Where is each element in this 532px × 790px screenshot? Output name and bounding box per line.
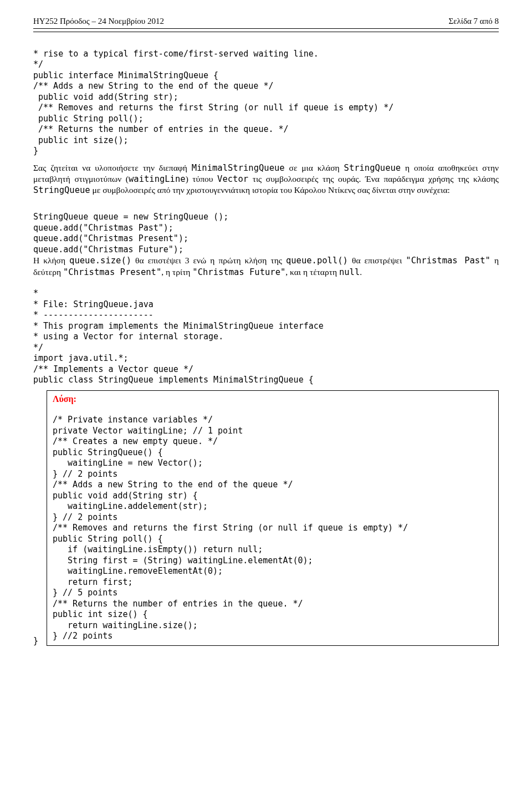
text: θα επιστέψει 3 ενώ η πρώτη κλήση της [131,256,286,265]
code-line: return waitingLine.size(); [53,620,198,630]
code-inline: queue.size() [69,256,131,266]
code-inline: waitingLine [129,174,186,184]
text: με συμβολοσειρές από την χριστουγεννιάτι… [90,185,450,195]
code-line: StringQueue queue = new StringQueue (); [33,212,228,222]
code-line: public interface MinimalStringQueue { [33,70,218,80]
code-block-class-header: * * File: StringQueue.java * -----------… [33,278,499,386]
closing-brace-column: } [33,636,47,646]
code-line: /** Implements a Vector queue */ [33,364,193,374]
text: Σας ζητείται να υλοποιήσετε την διεπαφή [33,163,192,172]
solution-label: Λύση: [53,394,76,404]
code-line: public String poll() { [53,534,163,544]
text: , η τρίτη [161,267,192,277]
code-line: /** Creates a new empty queue. */ [53,436,218,446]
code-line: } // 2 points [53,469,117,479]
text: τις συμβολοσειρές της ουράς. Ένα παράδει… [248,174,499,184]
code-line: /** Adds a new String to the end of the … [33,81,273,91]
code-line: /** Removes and returns the first String… [33,103,393,113]
code-line: } [33,146,38,156]
header-rule-2 [33,30,499,32]
text: , και η τέταρτη [285,267,339,277]
code-line: waitingLine.removeElementAt(0); [53,566,223,576]
code-inline: null [339,267,360,277]
code-block-interface: * rise to a typical first-come/first-ser… [33,38,499,157]
text: Η κλήση [33,256,69,265]
header-right: Σελίδα 7 από 8 [449,17,499,26]
text: . [360,267,362,277]
code-inline: "Christmas Future" [192,267,285,277]
code-line: queue.add("Christmas Future"); [33,244,183,254]
code-line: /* Private instance variables */ [53,415,213,425]
code-line: /** Adds a new String to the end of the … [53,480,293,490]
header-left: ΗΥ252 Πρόοδος – 24 Νοεμβρίου 2012 [33,17,164,26]
code-inline: queue.poll() [286,256,348,266]
code-line: public String poll(); [33,114,144,124]
code-line: * rise to a typical first-come/first-ser… [33,49,319,59]
header-rule-1 [33,28,499,29]
solution-code: /* Private instance variables */ private… [53,404,493,642]
code-line: * This program implements the MinimalStr… [33,321,324,331]
code-inline: StringQueue [33,185,90,195]
code-line: public class StringQueue implements Mini… [33,375,314,385]
paragraph-1: Σας ζητείται να υλοποιήσετε την διεπαφή … [33,162,499,196]
code-line: } // 5 points [53,588,117,598]
solution-box: Λύση: /* Private instance variables */ p… [47,390,499,646]
code-inline: MinimalStringQueue [192,163,285,173]
code-line: /** Removes and returns the first String… [53,523,408,533]
code-line: queue.add("Christmas Past"); [33,223,173,233]
code-line: * ---------------------- [33,310,154,320]
code-block-example: StringQueue queue = new StringQueue (); … [33,201,499,256]
text: θα επιστρέψει [348,256,406,265]
code-line: private Vector waitingLine; // 1 point [53,426,243,436]
code-line: waitingLine.addelement(str); [53,501,208,511]
code-line: if (waitingLine.isEmpty()) return null; [53,544,263,554]
code-line: public StringQueue() { [53,447,163,457]
code-line: */ [33,59,43,69]
code-line: * File: StringQueue.java [33,299,154,309]
code-inline: "Christmas Present" [63,267,161,277]
code-line: public void add(String str) { [53,491,198,501]
code-line: } // 2 points [53,512,117,522]
code-line: waitingLine = new Vector(); [53,458,203,468]
code-line: String first = (String) waitingLine.elem… [53,555,313,565]
code-line: public int size() { [53,609,148,619]
code-line: /** Returns the number of entries in the… [33,124,289,134]
code-line: queue.add("Christmas Present"); [33,233,188,243]
code-inline: Vector [217,174,248,184]
text: ) τύπου [186,174,217,184]
code-line: public int size(); [33,135,129,145]
code-line: return first; [53,577,133,587]
closing-brace: } [33,636,38,646]
code-line: * using a Vector for internal storage. [33,332,223,342]
code-line: * [33,288,38,298]
text: σε μια κλάση [285,163,344,172]
code-inline: StringQueue [344,163,401,173]
code-line: /** Returns the number of entries in the… [53,599,303,609]
page-header: ΗΥ252 Πρόοδος – 24 Νοεμβρίου 2012 Σελίδα… [33,17,499,26]
code-line: public void add(String str); [33,92,178,102]
code-inline: "Christmas Past" [406,256,490,266]
paragraph-2: Η κλήση queue.size() θα επιστέψει 3 ενώ … [33,255,499,277]
code-line: } //2 points [53,631,112,641]
code-line: import java.util.*; [33,353,129,363]
code-line: */ [33,343,43,353]
